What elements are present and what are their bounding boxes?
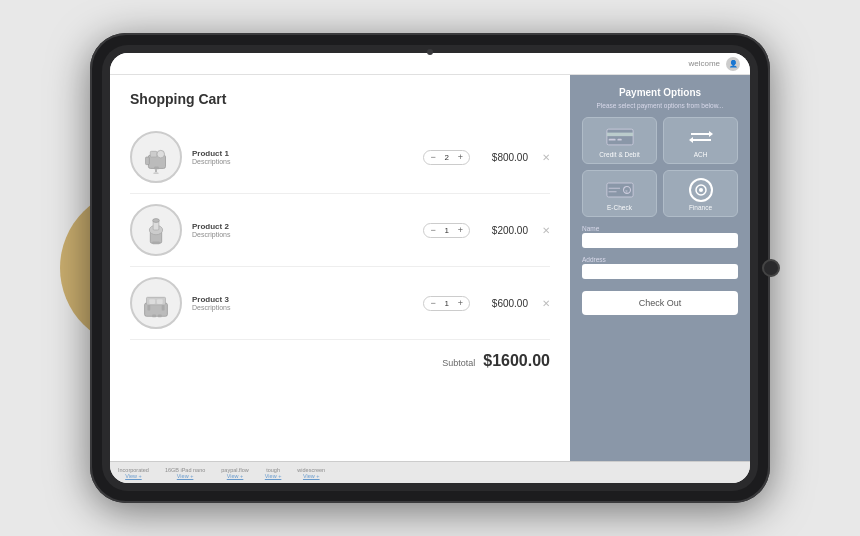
credit-card-svg xyxy=(606,128,634,146)
svg-rect-28 xyxy=(606,183,632,197)
ipad-camera xyxy=(427,49,433,55)
echeck-svg: $ xyxy=(606,181,634,199)
qty-decrease-2[interactable]: − xyxy=(430,226,435,235)
price-2: $200.00 xyxy=(480,225,528,236)
qty-value-3: 1 xyxy=(442,299,452,308)
cart-item-2: Product 2 Descriptions − 1 + $200.00 ✕ xyxy=(130,194,550,267)
cart-title: Shopping Cart xyxy=(130,91,550,107)
svg-point-34 xyxy=(699,188,703,192)
svg-rect-16 xyxy=(152,314,156,317)
bottombar-item-4: widescreen View + xyxy=(297,467,325,479)
price-3: $600.00 xyxy=(480,298,528,309)
echeck-icon-container: $ xyxy=(604,179,636,201)
bottombar-link-2[interactable]: View + xyxy=(227,473,244,479)
qty-control-1: − 2 + xyxy=(423,150,470,165)
remove-item-3[interactable]: ✕ xyxy=(542,298,550,309)
bottombar-item-0: Incorporated View + xyxy=(118,467,149,479)
finance-inner-svg xyxy=(695,184,707,196)
address-field-label: Address xyxy=(582,256,738,263)
cart-item-3: Product 3 Descriptions − 1 + $600.00 ✕ xyxy=(130,267,550,340)
svg-rect-21 xyxy=(606,133,632,137)
svg-rect-18 xyxy=(147,305,150,311)
product-1-name: Product 1 xyxy=(192,149,413,158)
name-field-label: Name xyxy=(582,225,738,232)
cart-subtotal: Subtotal $1600.00 xyxy=(130,340,550,370)
credit-debit-icon xyxy=(604,126,636,148)
name-field-group: Name xyxy=(582,225,738,248)
ach-label: ACH xyxy=(694,151,708,158)
svg-rect-20 xyxy=(606,129,632,145)
screen-bottombar: Incorporated View + 16GB iPad nano View … xyxy=(110,461,750,483)
finance-icon-container xyxy=(685,179,717,201)
svg-rect-3 xyxy=(154,167,159,170)
product-info-3: Product 3 Descriptions xyxy=(192,295,413,311)
remove-item-1[interactable]: ✕ xyxy=(542,152,550,163)
payment-option-finance[interactable]: Finance xyxy=(663,170,738,217)
product-3-image-svg xyxy=(137,284,175,322)
product-1-image-svg xyxy=(137,138,175,176)
bottombar-item-3: tough View + xyxy=(265,467,282,479)
qty-increase-2[interactable]: + xyxy=(458,226,463,235)
address-input[interactable] xyxy=(582,264,738,279)
product-image-1 xyxy=(130,131,182,183)
subtotal-value: $1600.00 xyxy=(483,352,550,370)
product-3-desc: Descriptions xyxy=(192,304,413,311)
qty-increase-1[interactable]: + xyxy=(458,153,463,162)
screen-topbar: welcome 👤 xyxy=(110,53,750,75)
bottombar-link-0[interactable]: View + xyxy=(125,473,142,479)
welcome-text: welcome xyxy=(688,59,720,68)
ipad-home-button[interactable] xyxy=(762,259,780,277)
price-1: $800.00 xyxy=(480,152,528,163)
svg-rect-14 xyxy=(149,299,155,304)
qty-value-2: 1 xyxy=(442,226,452,235)
payment-option-credit-debit[interactable]: Credit & Debit xyxy=(582,117,657,164)
product-1-desc: Descriptions xyxy=(192,158,413,165)
qty-control-2: − 1 + xyxy=(423,223,470,238)
payment-option-echeck[interactable]: $ E-Check xyxy=(582,170,657,217)
qty-increase-3[interactable]: + xyxy=(458,299,463,308)
product-info-1: Product 1 Descriptions xyxy=(192,149,413,165)
bottombar-link-1[interactable]: View + xyxy=(177,473,194,479)
ipad-bezel: welcome 👤 Shopping Cart xyxy=(102,45,758,491)
payment-options-grid: Credit & Debit xyxy=(582,117,738,217)
svg-point-2 xyxy=(157,150,165,158)
finance-circle-icon xyxy=(689,178,713,202)
remove-item-2[interactable]: ✕ xyxy=(542,225,550,236)
bottombar-link-3[interactable]: View + xyxy=(265,473,282,479)
ipad-device: welcome 👤 Shopping Cart xyxy=(90,33,770,503)
credit-debit-label: Credit & Debit xyxy=(599,151,639,158)
checkout-button[interactable]: Check Out xyxy=(582,291,738,315)
name-input[interactable] xyxy=(582,233,738,248)
ach-svg xyxy=(685,127,717,147)
subtotal-label: Subtotal xyxy=(442,358,475,368)
svg-rect-19 xyxy=(162,305,165,311)
svg-rect-23 xyxy=(617,139,621,141)
ipad-screen: welcome 👤 Shopping Cart xyxy=(110,53,750,483)
svg-rect-1 xyxy=(150,151,157,157)
screen-content: Shopping Cart xyxy=(110,75,750,461)
product-2-image-svg xyxy=(137,211,175,249)
payment-subtitle: Please select payment options from below… xyxy=(582,102,738,109)
echeck-label: E-Check xyxy=(607,204,632,211)
payment-option-ach[interactable]: ACH xyxy=(663,117,738,164)
bottombar-link-4[interactable]: View + xyxy=(303,473,320,479)
svg-rect-17 xyxy=(158,314,162,317)
bottombar-item-2: paypal.flow View + xyxy=(221,467,249,479)
svg-rect-6 xyxy=(146,157,150,165)
scene: welcome 👤 Shopping Cart xyxy=(0,0,860,536)
product-info-2: Product 2 Descriptions xyxy=(192,222,413,238)
cart-panel: Shopping Cart xyxy=(110,75,570,461)
user-icon[interactable]: 👤 xyxy=(726,57,740,71)
product-3-name: Product 3 xyxy=(192,295,413,304)
product-image-2 xyxy=(130,204,182,256)
svg-point-10 xyxy=(153,219,160,223)
qty-decrease-1[interactable]: − xyxy=(430,153,435,162)
qty-decrease-3[interactable]: − xyxy=(430,299,435,308)
product-image-3 xyxy=(130,277,182,329)
qty-value-1: 2 xyxy=(442,153,452,162)
svg-marker-27 xyxy=(689,137,693,143)
payment-title: Payment Options xyxy=(582,87,738,98)
finance-label: Finance xyxy=(689,204,712,211)
product-2-name: Product 2 xyxy=(192,222,413,231)
svg-rect-11 xyxy=(152,241,160,244)
